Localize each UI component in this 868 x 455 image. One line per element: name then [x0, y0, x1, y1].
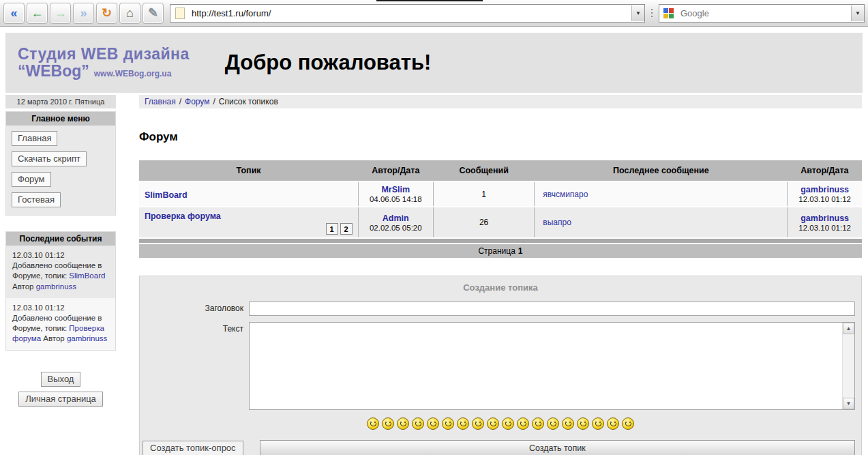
topic-cell: SlimBoard: [139, 181, 358, 207]
topic-link[interactable]: Проверка форума: [145, 211, 221, 221]
last-message-cell: выапро: [535, 207, 788, 237]
topic-pagination: 12: [145, 223, 353, 235]
form-actions: Создать топик-опрос Создать топик: [143, 440, 858, 455]
neutral-smiley-icon[interactable]: [457, 417, 469, 430]
menu-button[interactable]: Главная: [12, 131, 57, 146]
author-date: 04.06.05 14:18: [360, 195, 432, 203]
smile-smiley-icon[interactable]: [367, 417, 379, 430]
forward-button[interactable]: →: [50, 3, 71, 24]
breadcrumb-separator: /: [179, 97, 181, 106]
forward-double-button[interactable]: »: [73, 3, 94, 24]
menu-button[interactable]: Форум: [12, 172, 51, 187]
subject-input[interactable]: [249, 302, 855, 316]
column-header: Последнее сообщение: [535, 160, 788, 181]
last-message-link[interactable]: выапро: [543, 218, 571, 227]
address-bar: ▼: [170, 4, 645, 23]
dizzy-smiley-icon[interactable]: [607, 417, 619, 430]
logout-button[interactable]: Выход: [41, 372, 81, 387]
grin-smiley-icon[interactable]: [592, 417, 604, 430]
events-list: 12.03.10 01:12Добавлено сообщение в Фору…: [6, 246, 115, 350]
event-topic-link[interactable]: SlimBoard: [69, 271, 105, 280]
scroll-down-button[interactable]: ▼: [843, 398, 854, 409]
menu-button[interactable]: Гостевая: [12, 192, 61, 207]
search-dropdown-button[interactable]: ▼: [851, 5, 864, 21]
wide-eyes-smiley-icon[interactable]: [562, 417, 574, 430]
form-title: Создание топика: [140, 276, 861, 295]
breadcrumb-separator: /: [213, 97, 215, 106]
chevron-down-icon: ▼: [635, 10, 641, 16]
last-author-date: 12.03.10 01:12: [789, 224, 860, 232]
forum-table-header-row: ТопикАвтор/ДатаСообщенийПоследнее сообще…: [139, 160, 862, 181]
welcome-heading: Добро пожаловать!: [225, 50, 432, 75]
last-message-link[interactable]: явчсмипаро: [543, 190, 588, 199]
breadcrumb: Главная/Форум/Список топиков: [139, 95, 862, 108]
blush-smiley-icon[interactable]: [382, 417, 394, 430]
author-link[interactable]: MrSlim: [381, 185, 410, 194]
last-author-link[interactable]: gambrinuss: [800, 214, 849, 223]
scroll-up-button[interactable]: ▲: [843, 323, 854, 334]
shocked-smiley-icon[interactable]: [427, 417, 439, 430]
refresh-button[interactable]: ↻: [96, 3, 117, 24]
event-author-link[interactable]: gambrinuss: [36, 282, 76, 291]
home-button[interactable]: ⌂: [119, 3, 140, 24]
wink-smiley-icon[interactable]: [517, 417, 529, 430]
text-input[interactable]: [250, 323, 842, 409]
last-author-link[interactable]: gambrinuss: [800, 185, 849, 194]
main-area: Форум ТопикАвтор/ДатаСообщенийПоследнее …: [139, 111, 862, 455]
event-author-link[interactable]: gambrinuss: [67, 334, 107, 342]
eye-roll-smiley-icon[interactable]: [487, 417, 499, 430]
breadcrumb-item: Список топиков: [219, 97, 278, 106]
angry-smiley-icon[interactable]: [577, 417, 589, 430]
forum-table: ТопикАвтор/ДатаСообщенийПоследнее сообще…: [139, 160, 862, 237]
edit-icon: ✎: [148, 7, 158, 19]
author-cell: Admin02.02.05 05:20: [358, 207, 433, 237]
event-author-word: Автор: [41, 334, 67, 342]
menu-button[interactable]: Скачать скрипт: [12, 151, 87, 166]
breadcrumb-item[interactable]: Главная: [145, 97, 176, 106]
tongue-smiley-icon[interactable]: [532, 417, 544, 430]
google-logo-icon: [663, 8, 674, 18]
author-link[interactable]: Admin: [383, 214, 409, 223]
create-topic-form: Создание топика Заголовок Текст ▲: [139, 276, 862, 455]
surprised-smiley-icon[interactable]: [622, 417, 634, 430]
event-author-word: Автор: [12, 282, 36, 291]
search-input[interactable]: [679, 8, 851, 19]
table-pagination: Страница 1: [139, 244, 862, 258]
back-button[interactable]: ←: [27, 3, 48, 24]
uneasy-smiley-icon[interactable]: [397, 417, 409, 430]
textarea-scrollbar[interactable]: ▲ ▼: [842, 323, 854, 409]
events-title: Последние события: [6, 232, 115, 246]
subject-label: Заголовок: [140, 302, 249, 316]
search-box: ▼: [659, 4, 865, 23]
author-date: 02.02.05 05:20: [360, 224, 432, 232]
breadcrumb-item[interactable]: Форум: [185, 97, 209, 106]
topic-page-button[interactable]: 1: [326, 223, 338, 235]
cool-smiley-icon[interactable]: [412, 417, 424, 430]
back-double-icon: «: [10, 7, 17, 19]
last-author-cell: gambrinuss12.03.10 01:12: [788, 181, 862, 207]
messages-cell: 1: [433, 181, 534, 207]
text-area-wrapper: ▲ ▼: [249, 322, 855, 410]
address-dropdown-button[interactable]: ▼: [631, 5, 644, 21]
topic-page-button[interactable]: 2: [340, 223, 353, 235]
logo-site-url: www.WEBog.org.ua: [94, 70, 172, 78]
address-input[interactable]: [190, 8, 631, 19]
big-eyes-smiley-icon[interactable]: [502, 417, 514, 430]
create-topic-button[interactable]: Создать топик: [260, 440, 855, 455]
triangle-up-icon: ▲: [846, 325, 852, 332]
create-poll-button[interactable]: Создать топик-опрос: [143, 441, 243, 455]
look-up-smiley-icon[interactable]: [472, 417, 484, 430]
forward-double-icon: »: [80, 7, 87, 19]
laugh-smiley-icon[interactable]: [547, 417, 559, 430]
personal-page-button[interactable]: Личная страница: [18, 392, 103, 407]
edit-button[interactable]: ✎: [143, 3, 164, 24]
forum-table-body: SlimBoardMrSlim04.06.05 14:181явчсмипаро…: [139, 181, 862, 237]
smirk-smiley-icon[interactable]: [442, 417, 454, 430]
event-item: 12.03.10 01:12Добавлено сообщение в Фору…: [6, 246, 115, 298]
topic-link[interactable]: SlimBoard: [145, 190, 188, 200]
browser-toolbar: «←→»↻⌂✎ ▼ ▼: [0, 0, 868, 27]
meta-row: 12 марта 2010 г. Пятница Главная/Форум/С…: [5, 95, 862, 108]
toolbar-grip[interactable]: [648, 9, 655, 17]
chevron-down-icon: ▼: [855, 10, 860, 16]
back-double-button[interactable]: «: [3, 3, 25, 24]
